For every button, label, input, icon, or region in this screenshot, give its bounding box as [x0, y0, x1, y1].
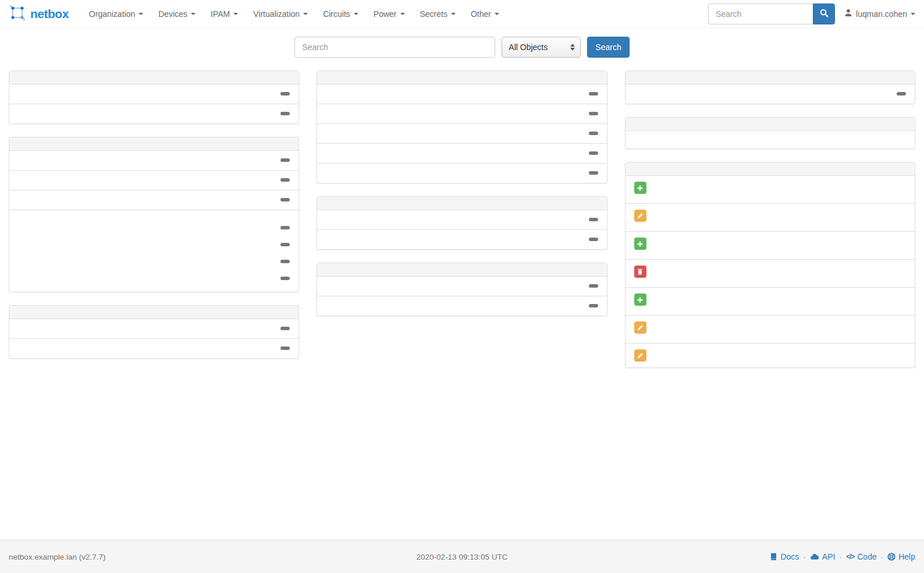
panel-organization	[9, 70, 299, 124]
dashboard	[0, 63, 924, 540]
count-badge-secrets	[897, 92, 906, 96]
subsection-row-cables	[18, 218, 290, 235]
nav-menu-devices[interactable]: Devices	[151, 0, 203, 28]
footer-link-docs[interactable]: Docs	[769, 552, 799, 561]
panel-item-prefixes	[317, 123, 606, 143]
count-badge-circuits	[589, 238, 598, 241]
nav-menu-organization[interactable]: Organization	[81, 0, 151, 28]
panel-item-vrfs	[317, 84, 606, 104]
panel-title-ipam	[317, 71, 606, 84]
user-icon	[844, 9, 852, 19]
panel-item-ip-addresses	[317, 143, 606, 163]
panel-circuits	[317, 196, 607, 250]
panel-ipam	[317, 70, 607, 183]
item-head	[326, 90, 598, 96]
nav-menu-power[interactable]: Power	[366, 0, 413, 28]
navbar: netbox OrganizationDevicesIPAMVirtualiza…	[0, 0, 924, 28]
netbox-logo-icon	[9, 4, 26, 23]
count-badge-power	[280, 277, 290, 280]
changelog-entry-line	[634, 182, 906, 194]
item-head	[326, 130, 598, 135]
panel-item-providers	[317, 210, 606, 229]
count-badge-console	[280, 260, 290, 263]
navbar-search-input[interactable]	[708, 3, 813, 24]
delete-icon	[634, 266, 646, 278]
nav-menu-ipam[interactable]: IPAM	[203, 0, 246, 28]
count-badge-vlans	[589, 171, 598, 175]
chevron-down-icon	[354, 13, 358, 15]
count-badge-virtual-machines	[589, 304, 598, 307]
panel-title-organization	[9, 71, 298, 84]
item-head	[326, 282, 598, 288]
nav-menu-label: Virtualization	[253, 9, 300, 19]
changelog-entry-line	[634, 349, 906, 362]
item-head	[326, 216, 598, 221]
global-search-input[interactable]	[294, 37, 495, 58]
dashboard-column-2	[317, 70, 607, 316]
changelog-entry	[626, 176, 915, 203]
footer-separator: ·	[803, 553, 806, 561]
panel-title-virtualization	[317, 263, 606, 277]
panel-title-change-log	[626, 162, 915, 176]
item-head	[18, 345, 290, 350]
changelog-entry	[626, 343, 915, 367]
footer-timestamp: 2020-02-13 09:13:05 UTC	[417, 553, 508, 561]
item-head	[326, 169, 598, 175]
changelog-entry	[626, 259, 915, 287]
item-head	[326, 110, 598, 115]
navbar-search-button[interactable]	[813, 3, 835, 24]
add-icon	[634, 238, 646, 250]
code-icon: </>	[846, 553, 854, 561]
item-head	[326, 236, 598, 241]
count-badge-ip-addresses	[589, 151, 598, 155]
footer: netbox.example.lan (v2.7.7) 2020-02-13 0…	[0, 540, 924, 573]
footer-link-label: API	[822, 552, 836, 561]
item-head	[634, 90, 906, 96]
global-search-button[interactable]: Search	[587, 37, 629, 58]
add-icon	[634, 182, 646, 194]
nav-menu-label: Power	[374, 9, 397, 19]
panel-item-vlans	[317, 163, 606, 183]
panel-item-power-panels	[9, 338, 298, 358]
navbar-search	[708, 3, 835, 24]
edit-icon	[634, 210, 646, 222]
panel-title-dcim	[9, 137, 298, 151]
item-head	[18, 196, 290, 201]
dashboard-column-1	[9, 70, 299, 359]
edit-icon	[634, 321, 646, 334]
footer-link-code[interactable]: </>Code	[846, 552, 877, 561]
chevron-down-icon	[451, 13, 456, 15]
item-head	[18, 157, 290, 162]
panel-body-text	[626, 131, 915, 148]
subsection-row-console	[18, 252, 290, 269]
count-badge-vrfs	[589, 92, 598, 96]
nav-menu-other[interactable]: Other	[463, 0, 507, 28]
changelog-entry-line	[634, 266, 906, 278]
subsection-row-power	[18, 269, 290, 286]
user-menu[interactable]: luqman.cohen	[844, 9, 915, 19]
footer-link-help[interactable]: Help	[887, 552, 915, 561]
panel-title-circuits	[317, 197, 606, 210]
nav-menu-circuits[interactable]: Circuits	[315, 0, 366, 28]
global-search-bar: All Objects Search	[0, 28, 924, 63]
nav-menu-label: IPAM	[211, 9, 230, 19]
panel-item-virtual-machines	[317, 296, 606, 316]
changelog-entry-line	[634, 210, 906, 222]
count-badge-power-feeds	[280, 327, 290, 330]
changelog-entry	[626, 203, 915, 231]
object-type-select[interactable]: All Objects	[502, 37, 581, 58]
search-icon	[820, 9, 829, 19]
username: luqman.cohen	[856, 9, 907, 19]
subsection-row-interfaces	[18, 235, 290, 252]
count-badge-prefixes	[589, 132, 598, 135]
brand[interactable]: netbox	[9, 4, 69, 23]
page: netbox OrganizationDevicesIPAMVirtualiza…	[0, 0, 924, 573]
nav-menu-label: Other	[471, 9, 491, 19]
panel-title-reports	[626, 118, 915, 131]
panel-reports	[625, 117, 915, 149]
chevron-down-icon	[400, 13, 405, 15]
footer-link-label: Code	[857, 552, 876, 561]
footer-link-api[interactable]: API	[810, 552, 836, 561]
nav-menu-secrets[interactable]: Secrets	[413, 0, 463, 28]
nav-menu-virtualization[interactable]: Virtualization	[246, 0, 315, 28]
